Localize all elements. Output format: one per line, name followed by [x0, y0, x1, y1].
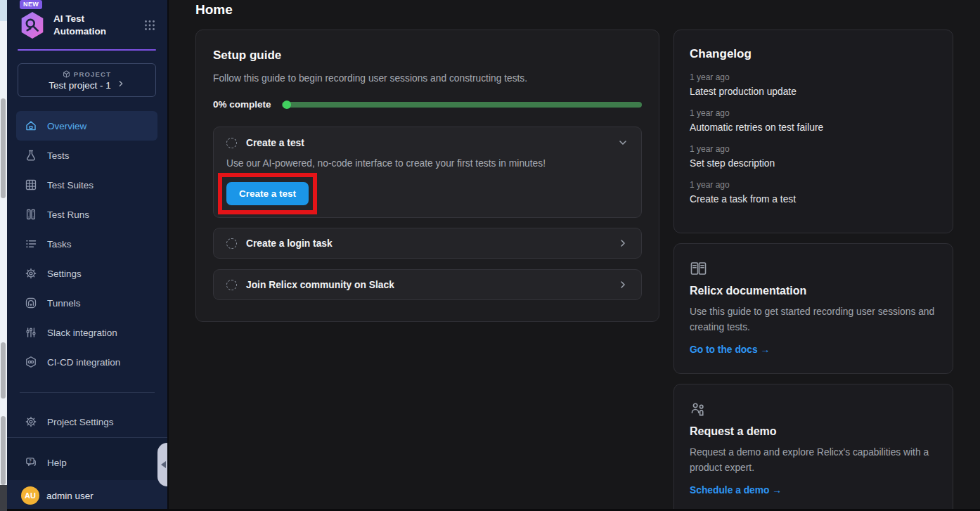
page-title: Home	[195, 2, 233, 18]
sidebar-item-label: Help	[47, 458, 67, 468]
cube-icon	[63, 70, 70, 78]
step-status-icon	[226, 280, 237, 290]
progress-dot	[283, 101, 291, 109]
help-chat-icon: ?	[25, 456, 37, 469]
background-scrollbar-thumb[interactable]	[1, 416, 6, 485]
home-icon	[25, 119, 37, 132]
changelog-text: Latest production update	[690, 86, 937, 97]
sidebar-item-tasks[interactable]: Tasks	[16, 229, 157, 259]
sidebar-item-cicd-integration[interactable]: CI-CD integration	[16, 347, 157, 377]
people-icon	[690, 401, 937, 417]
sidebar-item-label: Overview	[47, 121, 86, 131]
project-label-row: PROJECT	[63, 70, 111, 78]
step-title: Join Relicx community on Slack	[246, 280, 394, 290]
setup-progress: 0% complete	[213, 99, 642, 110]
background-scrollbar-thumb[interactable]	[1, 98, 6, 198]
svg-text:?: ?	[29, 458, 32, 463]
apps-grid-icon[interactable]	[143, 19, 156, 32]
changelog-time: 1 year ago	[690, 108, 937, 118]
chevron-right-icon	[117, 79, 125, 88]
flask-icon	[25, 149, 37, 162]
chevron-left-icon	[161, 461, 166, 468]
changelog-time: 1 year ago	[690, 144, 937, 154]
sidebar-item-help[interactable]: ? Help	[16, 448, 157, 477]
step-description: Use our AI-powered, no-code interface to…	[226, 158, 628, 169]
sidebar-item-settings[interactable]: Settings	[16, 259, 157, 288]
create-a-test-button[interactable]: Create a test	[226, 182, 309, 205]
setup-guide-title: Setup guide	[213, 48, 642, 63]
project-name: Test project - 1	[49, 80, 111, 91]
cicd-icon	[25, 356, 37, 368]
sidebar-item-overview[interactable]: Overview	[16, 111, 157, 141]
changelog-text: Create a task from a test	[690, 194, 937, 205]
step-status-icon	[226, 238, 237, 249]
schedule-demo-link[interactable]: Schedule a demo →	[690, 485, 937, 496]
sidebar-collapse-handle[interactable]	[157, 443, 167, 486]
request-demo-title: Request a demo	[690, 425, 937, 438]
project-selector[interactable]: PROJECT Test project - 1	[18, 63, 156, 97]
gear-icon	[25, 415, 37, 428]
setup-guide-card: Setup guide Follow this guide to begin r…	[195, 30, 659, 322]
slack-icon	[25, 326, 37, 339]
documentation-title: Relicx documentation	[690, 285, 937, 297]
documentation-card: Relicx documentation Use this guide to g…	[673, 243, 953, 374]
sidebar-item-tests[interactable]: Tests	[16, 141, 157, 170]
step-title: Create a test	[246, 138, 304, 148]
background-scrollbar-thumb[interactable]	[1, 342, 6, 399]
app-title: AI Test Automation	[53, 13, 118, 37]
user-menu[interactable]: AU admin user	[7, 480, 167, 511]
changelog-time: 1 year ago	[690, 180, 937, 190]
sidebar-item-label: Tunnels	[47, 298, 81, 309]
book-icon	[690, 261, 937, 276]
progress-label: 0% complete	[213, 99, 271, 110]
sidebar-item-label: Project Settings	[47, 417, 114, 427]
sidebar-item-label: Tests	[47, 150, 70, 161]
changelog-text: Set step description	[690, 158, 937, 169]
chevron-down-icon	[617, 137, 628, 148]
background-window-strip	[0, 0, 7, 511]
app-logo-icon	[20, 11, 45, 39]
sidebar-nav: Overview Tests Test Suites	[7, 111, 167, 377]
step-join-relicx-community[interactable]: Join Relicx community on Slack	[213, 269, 642, 300]
step-create-a-login-task[interactable]: Create a login task	[213, 228, 642, 259]
sidebar-item-label: CI-CD integration	[47, 357, 120, 368]
step-header[interactable]: Create a test	[226, 137, 628, 148]
changelog-entry[interactable]: 1 year ago Automatic retries on test fai…	[690, 108, 937, 133]
red-annotation-box: Create a test	[218, 173, 317, 214]
step-title: Create a login task	[246, 238, 333, 249]
new-badge: NEW	[20, 0, 42, 9]
background-window-edge	[0, 0, 7, 21]
project-label: PROJECT	[74, 70, 111, 78]
columns-icon	[25, 208, 37, 221]
tunnel-icon	[25, 297, 37, 309]
sidebar-item-label: Settings	[47, 269, 82, 279]
gear-icon	[25, 267, 37, 280]
progress-bar	[282, 102, 642, 108]
setup-steps: Create a test Use our AI-powered, no-cod…	[213, 127, 642, 300]
changelog-entry[interactable]: 1 year ago Latest production update	[690, 72, 937, 97]
sidebar-item-slack-integration[interactable]: Slack integration	[16, 318, 157, 347]
changelog-entry[interactable]: 1 year ago Create a task from a test	[690, 180, 937, 205]
brand-divider	[18, 49, 156, 51]
request-demo-card: Request a demo Request a demo and explor…	[673, 384, 953, 511]
sidebar-item-label: Test Runs	[47, 209, 89, 220]
go-to-docs-link[interactable]: Go to the docs →	[690, 344, 937, 355]
sidebar-item-project-settings[interactable]: Project Settings	[16, 407, 157, 436]
step-create-a-test: Create a test Use our AI-powered, no-cod…	[213, 127, 642, 218]
chevron-right-icon	[617, 238, 628, 249]
user-name: admin user	[46, 491, 94, 501]
changelog-entry[interactable]: 1 year ago Set step description	[690, 144, 937, 169]
sidebar-divider	[20, 392, 155, 393]
sidebar-item-test-suites[interactable]: Test Suites	[16, 170, 157, 200]
app-window: NEW AI Test Automation	[0, 0, 980, 511]
sidebar-bottom-section: ? Help AU admin user	[7, 437, 167, 511]
sidebar-item-tunnels[interactable]: Tunnels	[16, 288, 157, 318]
main-content: Home Setup guide Follow this guide to be…	[170, 0, 980, 511]
documentation-description: Use this guide to get started recording …	[690, 304, 937, 335]
changelog-card: Changelog 1 year ago Latest production u…	[673, 30, 953, 233]
chevron-right-icon	[617, 279, 628, 290]
sidebar-item-test-runs[interactable]: Test Runs	[16, 200, 157, 229]
sidebar-item-label: Tasks	[47, 239, 72, 250]
grid-icon	[25, 179, 37, 191]
sidebar-item-label: Slack integration	[47, 328, 117, 338]
